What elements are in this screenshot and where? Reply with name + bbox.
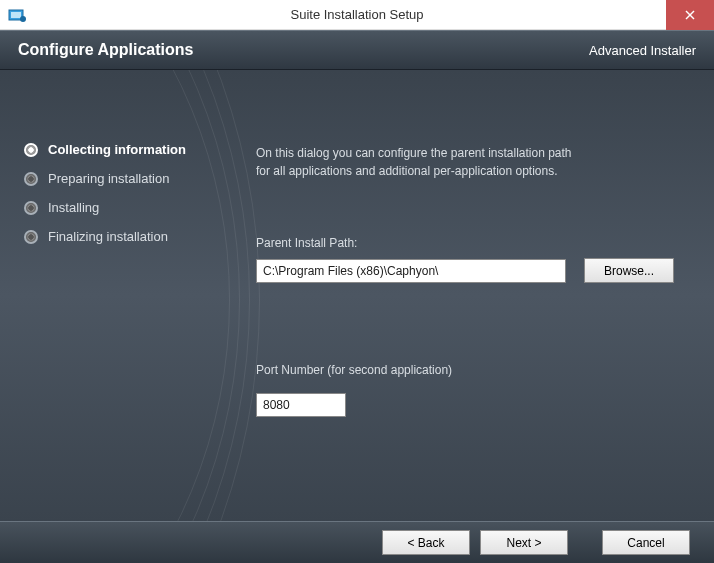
app-icon bbox=[8, 7, 28, 23]
step-label: Finalizing installation bbox=[48, 229, 168, 244]
step-label: Preparing installation bbox=[48, 171, 169, 186]
window-title: Suite Installation Setup bbox=[0, 7, 714, 22]
intro-line: On this dialog you can configure the par… bbox=[256, 144, 674, 162]
header-band: Configure Applications Advanced Installe… bbox=[0, 30, 714, 70]
page-title: Configure Applications bbox=[18, 41, 193, 59]
port-number-input[interactable] bbox=[256, 393, 346, 417]
intro-line: for all applications and additional per-… bbox=[256, 162, 674, 180]
brand-label: Advanced Installer bbox=[589, 43, 696, 58]
step-sidebar: Collecting information Preparing install… bbox=[0, 70, 236, 521]
close-icon bbox=[685, 10, 695, 20]
radio-icon bbox=[24, 143, 38, 157]
close-button[interactable] bbox=[666, 0, 714, 30]
radio-icon bbox=[24, 201, 38, 215]
titlebar: Suite Installation Setup bbox=[0, 0, 714, 30]
footer-bar: < Back Next > Cancel bbox=[0, 521, 714, 563]
content-area: On this dialog you can configure the par… bbox=[236, 70, 714, 521]
back-button[interactable]: < Back bbox=[382, 530, 470, 555]
step-finalizing-installation: Finalizing installation bbox=[24, 229, 236, 244]
svg-rect-1 bbox=[11, 12, 21, 18]
main-panel: Collecting information Preparing install… bbox=[0, 70, 714, 521]
step-label: Collecting information bbox=[48, 142, 186, 157]
intro-text: On this dialog you can configure the par… bbox=[256, 144, 674, 180]
radio-icon bbox=[24, 230, 38, 244]
step-installing: Installing bbox=[24, 200, 236, 215]
parent-install-path-input[interactable] bbox=[256, 259, 566, 283]
path-label: Parent Install Path: bbox=[256, 236, 674, 250]
step-collecting-information: Collecting information bbox=[24, 142, 236, 157]
radio-icon bbox=[24, 172, 38, 186]
svg-point-2 bbox=[20, 16, 26, 22]
step-label: Installing bbox=[48, 200, 99, 215]
step-preparing-installation: Preparing installation bbox=[24, 171, 236, 186]
cancel-button[interactable]: Cancel bbox=[602, 530, 690, 555]
next-button[interactable]: Next > bbox=[480, 530, 568, 555]
browse-button[interactable]: Browse... bbox=[584, 258, 674, 283]
port-label: Port Number (for second application) bbox=[256, 363, 674, 377]
